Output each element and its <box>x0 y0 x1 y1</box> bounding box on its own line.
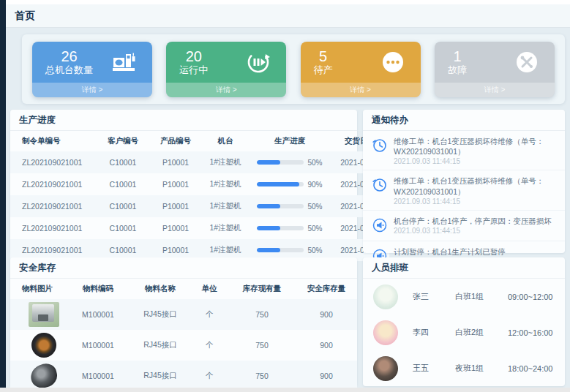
stat-card-running[interactable]: 20 运行中 详情 > <box>166 42 286 97</box>
panel-title: 通知待办 <box>363 110 565 131</box>
order-cell: ZL202109021001 <box>10 195 97 217</box>
notification-text: 维修工单：机台1变压器损坏待维修（单号：WX202109031001） <box>394 176 558 196</box>
table-row: M100001 RJ45接口 个 750 900 <box>10 361 357 391</box>
production-progress-panel: 生产进度 制令单编号 客户编号 产品编号 机台 生产进度 交货日期 ZL2021… <box>10 110 357 253</box>
personnel-schedule-panel: 人员排班 张三 白班1组 09:00~12:00 李四 白班2组 12:00~1… <box>363 257 565 386</box>
notification-time: 2021.09.03 11:44:15 <box>394 227 552 235</box>
col-customer: 客户编号 <box>97 131 149 151</box>
material-image-cell <box>10 361 66 391</box>
notification-time: 2021.09.03 11:44:15 <box>394 157 558 165</box>
progress-cell: 50% <box>249 151 331 173</box>
avatar <box>373 320 398 345</box>
stat-value: 5 <box>314 48 333 64</box>
sidebar-edge <box>0 0 6 392</box>
stat-value: 1 <box>448 48 467 64</box>
notification-text: 计划暂停：机台1生产计划已暂停 <box>394 246 506 257</box>
order-cell: ZL202109021001 <box>10 151 97 173</box>
unit-cell: 个 <box>190 330 228 361</box>
table-row: ZL202109021001 C10001 P10001 1#注塑机 50% 2… <box>10 151 389 173</box>
progress-bar <box>257 226 304 230</box>
material-image <box>29 302 59 327</box>
col-name: 物料名称 <box>130 279 190 299</box>
progress-label: 90% <box>307 181 322 189</box>
shift-label: 夜班1组 <box>455 363 508 374</box>
code-cell: M100001 <box>66 330 130 361</box>
stat-value: 26 <box>45 48 93 64</box>
stat-label: 运行中 <box>179 64 208 76</box>
product-cell: P10001 <box>149 173 202 195</box>
panel-title: 生产进度 <box>10 110 357 131</box>
name-cell: RJ45接口 <box>130 361 190 391</box>
stat-value: 20 <box>179 48 208 64</box>
notification-text: 维修工单：机台1变压器损坏待维修（单号：WX202109031001） <box>394 136 558 157</box>
stat-card-fault[interactable]: 1 故障 详情 > <box>435 42 555 97</box>
stat-card-waiting[interactable]: 5 待产 详情 > <box>301 42 421 97</box>
col-stock: 库存现有量 <box>228 279 296 299</box>
notification-text: 机台停产：机台1停产，停产原因：变压器损坏 <box>394 216 552 226</box>
stock-cell: 750 <box>228 330 296 361</box>
panel-title: 人员排班 <box>363 257 565 279</box>
avatar <box>373 356 398 381</box>
stat-detail-link[interactable]: 详情 > <box>32 83 152 97</box>
progress-label: 50% <box>307 246 322 255</box>
waiting-ellipsis-icon <box>380 49 406 75</box>
order-cell: ZL202109021001 <box>10 217 97 239</box>
panel-title: 安全库存 <box>10 257 357 279</box>
stat-label: 总机台数量 <box>45 64 93 76</box>
customer-cell: C10001 <box>97 173 149 195</box>
safety-cell: 900 <box>296 299 357 330</box>
stat-detail-link[interactable]: 详情 > <box>301 83 421 97</box>
notification-item[interactable]: 维修工单：机台1变压器损坏待维修（单号：WX202109031001） 2021… <box>363 131 565 170</box>
table-header-row: 物料图片 物料编码 物料名称 单位 库存现有量 安全库存量 <box>10 279 357 299</box>
progress-label: 50% <box>307 225 322 233</box>
shift-label: 白班1组 <box>455 291 508 302</box>
progress-bar <box>257 182 304 186</box>
tab-home[interactable]: 首页 <box>15 10 35 23</box>
code-cell: M100001 <box>66 299 130 330</box>
unit-cell: 个 <box>190 361 228 391</box>
production-table: 制令单编号 客户编号 产品编号 机台 生产进度 交货日期 ZL202109021… <box>10 131 389 261</box>
material-image <box>31 333 56 358</box>
stat-label: 待产 <box>314 64 333 76</box>
machine-cell: 1#注塑机 <box>202 217 249 239</box>
material-image <box>28 361 59 391</box>
order-cell: ZL202109021001 <box>10 173 97 195</box>
product-cell: P10001 <box>149 217 202 239</box>
col-image: 物料图片 <box>10 279 66 299</box>
safety-inventory-panel: 安全库存 物料图片 物料编码 物料名称 单位 库存现有量 安全库存量 M1000… <box>10 257 357 386</box>
shift-time: 09:00~12:00 <box>508 293 555 301</box>
customer-cell: C10001 <box>97 195 149 217</box>
stat-detail-link[interactable]: 详情 > <box>166 83 286 97</box>
shift-label: 白班2组 <box>455 327 508 338</box>
person-name: 李四 <box>413 327 455 338</box>
horizontal-scrollbar[interactable] <box>0 388 570 392</box>
customer-cell: C10001 <box>97 151 149 173</box>
col-order: 制令单编号 <box>10 131 97 151</box>
progress-label: 50% <box>307 159 322 167</box>
notification-item[interactable]: 维修工单：机台1变压器损坏待维修（单号：WX202109031001） 2021… <box>363 170 565 210</box>
stat-card-total-machines[interactable]: 26 总机台数量 详情 > <box>32 42 152 97</box>
material-image-cell <box>10 299 66 330</box>
machine-cell: 1#注塑机 <box>202 151 249 173</box>
person-name: 王五 <box>413 363 455 374</box>
stat-label: 故障 <box>448 64 467 76</box>
col-safety: 安全库存量 <box>296 279 357 299</box>
customer-cell: C10001 <box>97 217 149 239</box>
shift-time: 18:00~24:00 <box>508 364 555 373</box>
progress-label: 50% <box>307 203 322 211</box>
col-product: 产品编号 <box>149 131 202 151</box>
col-code: 物料编码 <box>66 279 130 299</box>
stock-cell: 750 <box>228 361 296 391</box>
notifications-panel: 通知待办 维修工单：机台1变压器损坏待维修（单号：WX202109031001）… <box>363 110 565 253</box>
schedule-row: 李四 白班2组 12:00~16:00 <box>363 314 565 350</box>
code-cell: M100001 <box>66 361 130 391</box>
person-name: 张三 <box>413 291 455 302</box>
col-progress: 生产进度 <box>249 131 331 151</box>
notification-item[interactable]: 机台停产：机台1停产，停产原因：变压器损坏 2021.09.03 11:44:1… <box>363 211 565 241</box>
stock-cell: 750 <box>228 299 296 330</box>
clock-icon <box>372 176 388 205</box>
unit-cell: 个 <box>190 299 228 330</box>
table-row: ZL202109021001 C10001 P10001 1#注塑机 50% 2… <box>10 195 389 217</box>
stat-detail-link[interactable]: 详情 > <box>435 83 555 97</box>
product-cell: P10001 <box>149 195 202 217</box>
